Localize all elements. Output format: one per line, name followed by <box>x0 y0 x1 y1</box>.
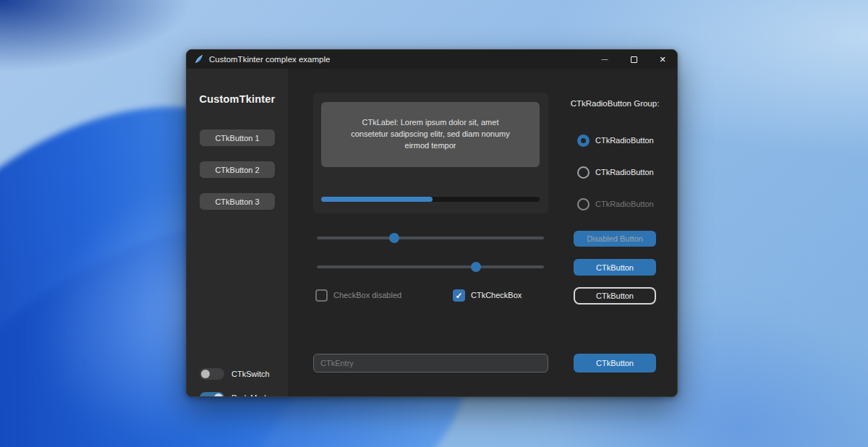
ctkentry-input[interactable] <box>314 354 548 372</box>
slider-2-track[interactable] <box>317 265 544 268</box>
ctklabel-text: CTkLabel: Lorem ipsum dolor sit, amet co… <box>348 117 513 152</box>
ctkswitch-row: CTkSwitch <box>200 368 270 380</box>
ctkswitch-label: CTkSwitch <box>231 370 270 378</box>
radio-label-3: CTkRadioButton <box>595 200 654 208</box>
ctkentry-wrapper <box>313 354 548 372</box>
slider-2 <box>317 262 544 272</box>
radio-button-disabled <box>577 198 590 210</box>
checkbox-checked[interactable]: ✓ <box>453 289 465 302</box>
app-window: CustomTkinter complex example — ✕ Custom… <box>186 49 678 397</box>
title-bar[interactable]: CustomTkinter complex example — ✕ <box>187 50 677 69</box>
ctkswitch-knob <box>201 370 210 378</box>
sidebar-button-1[interactable]: CTkButton 1 <box>200 129 275 146</box>
checkbox-disabled-label: CheckBox disabled <box>333 291 401 299</box>
minimize-icon: — <box>602 56 608 63</box>
maximize-icon <box>631 56 637 63</box>
dark-mode-toggle[interactable] <box>200 392 224 397</box>
sidebar-logo-title: CustomTkinter <box>187 93 288 105</box>
dark-mode-knob <box>214 393 223 397</box>
progressbar-fill <box>321 197 433 202</box>
app-feather-icon <box>194 54 204 64</box>
progressbar <box>321 197 540 202</box>
slider-1-knob[interactable] <box>389 233 399 243</box>
window-title: CustomTkinter complex example <box>209 55 330 64</box>
slider-2-knob[interactable] <box>471 262 481 272</box>
radio-group-label: CTkRadioButton Group: <box>569 99 661 108</box>
slider-1-track[interactable] <box>317 237 544 239</box>
ctkswitch-toggle[interactable] <box>200 368 224 380</box>
checkbox-disabled <box>315 289 328 302</box>
radio-button-unselected[interactable] <box>577 166 590 179</box>
maximize-button[interactable] <box>619 50 648 69</box>
checkbox-checked-label: CTkCheckBox <box>471 291 522 299</box>
content-frame: CTkLabel: Lorem ipsum dolor sit, amet co… <box>313 93 548 213</box>
dark-mode-label: Dark Mode <box>231 393 271 397</box>
bottom-ctkbutton[interactable]: CTkButton <box>574 354 656 372</box>
disabled-button: Disabled Button <box>574 231 656 247</box>
primary-ctkbutton[interactable]: CTkButton <box>574 259 656 276</box>
radio-label-2: CTkRadioButton <box>595 168 654 176</box>
minimize-button[interactable]: — <box>590 50 619 69</box>
radio-label-1: CTkRadioButton <box>595 136 654 145</box>
desktop-wallpaper: CustomTkinter complex example — ✕ Custom… <box>0 0 868 447</box>
sidebar: CustomTkinter CTkButton 1 CTkButton 2 CT… <box>187 69 288 397</box>
close-button[interactable]: ✕ <box>648 50 677 69</box>
outline-ctkbutton[interactable]: CTkButton <box>574 287 656 305</box>
checkmark-icon: ✓ <box>455 291 462 301</box>
slider-1 <box>317 233 544 243</box>
radio-button-selected[interactable] <box>577 135 590 147</box>
ctklabel-box: CTkLabel: Lorem ipsum dolor sit, amet co… <box>321 102 540 167</box>
close-icon: ✕ <box>659 55 665 64</box>
sidebar-button-3[interactable]: CTkButton 3 <box>200 193 275 210</box>
sidebar-button-2[interactable]: CTkButton 2 <box>200 161 275 178</box>
dark-mode-row: Dark Mode <box>200 392 271 397</box>
